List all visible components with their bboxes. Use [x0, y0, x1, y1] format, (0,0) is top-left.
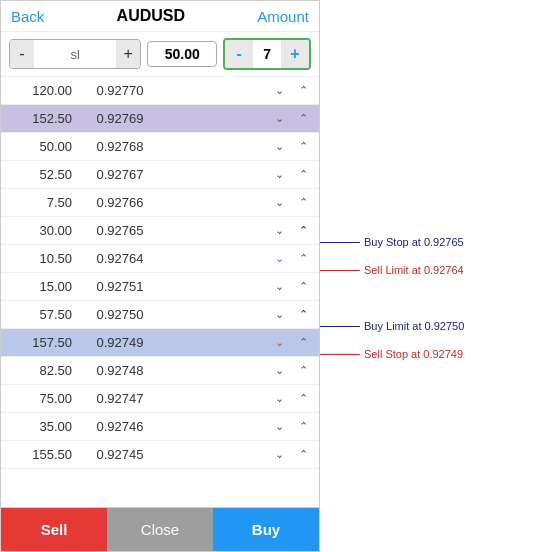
table-row: 152.500.92769⌄⌃ — [1, 105, 319, 133]
row-down-button[interactable]: ⌄ — [267, 165, 291, 185]
row-down-button[interactable]: ⌄ — [267, 389, 291, 409]
row-down-button[interactable]: ⌄ — [267, 137, 291, 157]
amount-plus-button[interactable]: + — [281, 40, 309, 68]
row-amount: 50.00 — [5, 139, 80, 154]
row-up-button[interactable]: ⌃ — [291, 389, 315, 409]
row-up-button[interactable]: ⌃ — [291, 277, 315, 297]
row-price: 0.92767 — [80, 167, 160, 182]
table-row: 75.000.92747⌄⌃ — [1, 385, 319, 413]
row-up-button[interactable]: ⌃ — [291, 193, 315, 213]
row-price: 0.92751 — [80, 279, 160, 294]
controls-row: - sl + 50.00 - 7 + — [1, 32, 319, 77]
row-down-button[interactable]: ⌄ — [267, 249, 291, 269]
row-amount: 10.50 — [5, 251, 80, 266]
row-amount: 52.50 — [5, 167, 80, 182]
annotation-label-buy_limit: Buy Limit at 0.92750 — [364, 320, 464, 332]
table-row: 52.500.92767⌄⌃ — [1, 161, 319, 189]
row-price: 0.92765 — [80, 223, 160, 238]
row-up-button[interactable]: ⌃ — [291, 417, 315, 437]
amount-label[interactable]: Amount — [257, 8, 309, 25]
row-up-button[interactable]: ⌃ — [291, 305, 315, 325]
header: Back AUDUSD Amount — [1, 1, 319, 32]
back-button[interactable]: Back — [11, 8, 44, 25]
annotation-buy_stop: Buy Stop at 0.92765 — [320, 236, 464, 248]
pair-title: AUDUSD — [117, 7, 185, 25]
footer: Sell Close Buy — [1, 507, 319, 551]
close-button[interactable]: Close — [107, 508, 213, 551]
sl-control: - sl + — [9, 39, 141, 69]
row-down-button[interactable]: ⌄ — [267, 109, 291, 129]
amount-value: 7 — [253, 44, 281, 64]
annotation-label-sell_stop: Sell Stop at 0.92749 — [364, 348, 463, 360]
row-up-button[interactable]: ⌃ — [291, 333, 315, 353]
row-price: 0.92764 — [80, 251, 160, 266]
row-up-button[interactable]: ⌃ — [291, 137, 315, 157]
row-down-button[interactable]: ⌄ — [267, 445, 291, 465]
table-row: 30.000.92765⌄⌃ — [1, 217, 319, 245]
row-up-button[interactable]: ⌃ — [291, 361, 315, 381]
annotation-buy_limit: Buy Limit at 0.92750 — [320, 320, 464, 332]
row-up-button[interactable]: ⌃ — [291, 221, 315, 241]
table-row: 35.000.92746⌄⌃ — [1, 413, 319, 441]
row-amount: 152.50 — [5, 111, 80, 126]
annotation-sell_limit: Sell Limit at 0.92764 — [320, 264, 464, 276]
table-row: 57.500.92750⌄⌃ — [1, 301, 319, 329]
row-down-button[interactable]: ⌄ — [267, 305, 291, 325]
annotation-label-buy_stop: Buy Stop at 0.92765 — [364, 236, 464, 248]
row-amount: 82.50 — [5, 363, 80, 378]
sl-minus-button[interactable]: - — [10, 40, 34, 68]
row-up-button[interactable]: ⌃ — [291, 249, 315, 269]
table-row: 120.000.92770⌄⌃ — [1, 77, 319, 105]
row-amount: 75.00 — [5, 391, 80, 406]
row-amount: 57.50 — [5, 307, 80, 322]
row-price: 0.92747 — [80, 391, 160, 406]
row-price: 0.92748 — [80, 363, 160, 378]
row-down-button[interactable]: ⌄ — [267, 277, 291, 297]
row-up-button[interactable]: ⌃ — [291, 81, 315, 101]
row-price: 0.92768 — [80, 139, 160, 154]
row-price: 0.92749 — [80, 335, 160, 350]
row-price: 0.92746 — [80, 419, 160, 434]
row-amount: 15.00 — [5, 279, 80, 294]
table-row: 82.500.92748⌄⌃ — [1, 357, 319, 385]
table-row: 155.500.92745⌄⌃ — [1, 441, 319, 469]
table-row: 10.500.92764⌄⌃ — [1, 245, 319, 273]
row-down-button[interactable]: ⌄ — [267, 333, 291, 353]
annotation-sell_stop: Sell Stop at 0.92749 — [320, 348, 463, 360]
row-down-button[interactable]: ⌄ — [267, 81, 291, 101]
annotations: Buy Stop at 0.92765Sell Limit at 0.92764… — [320, 0, 540, 552]
row-down-button[interactable]: ⌄ — [267, 361, 291, 381]
buy-button[interactable]: Buy — [213, 508, 319, 551]
amount-minus-button[interactable]: - — [225, 40, 253, 68]
row-price: 0.92766 — [80, 195, 160, 210]
row-amount: 157.50 — [5, 335, 80, 350]
sl-label: sl — [34, 45, 116, 64]
row-amount: 30.00 — [5, 223, 80, 238]
table-row: 50.000.92768⌄⌃ — [1, 133, 319, 161]
row-up-button[interactable]: ⌃ — [291, 445, 315, 465]
row-up-button[interactable]: ⌃ — [291, 165, 315, 185]
amount-control: - 7 + — [223, 38, 311, 70]
row-price: 0.92769 — [80, 111, 160, 126]
annotation-label-sell_limit: Sell Limit at 0.92764 — [364, 264, 464, 276]
row-price: 0.92770 — [80, 83, 160, 98]
row-down-button[interactable]: ⌄ — [267, 193, 291, 213]
row-up-button[interactable]: ⌃ — [291, 109, 315, 129]
row-down-button[interactable]: ⌄ — [267, 417, 291, 437]
price-input[interactable]: 50.00 — [147, 41, 217, 67]
table-row: 157.500.92749⌄⌃ — [1, 329, 319, 357]
row-amount: 155.50 — [5, 447, 80, 462]
price-table: 120.000.92770⌄⌃152.500.92769⌄⌃50.000.927… — [1, 77, 319, 507]
row-price: 0.92750 — [80, 307, 160, 322]
table-row: 7.500.92766⌄⌃ — [1, 189, 319, 217]
sell-button[interactable]: Sell — [1, 508, 107, 551]
row-price: 0.92745 — [80, 447, 160, 462]
sl-plus-button[interactable]: + — [116, 40, 140, 68]
row-amount: 7.50 — [5, 195, 80, 210]
row-down-button[interactable]: ⌄ — [267, 221, 291, 241]
row-amount: 35.00 — [5, 419, 80, 434]
table-row: 15.000.92751⌄⌃ — [1, 273, 319, 301]
row-amount: 120.00 — [5, 83, 80, 98]
